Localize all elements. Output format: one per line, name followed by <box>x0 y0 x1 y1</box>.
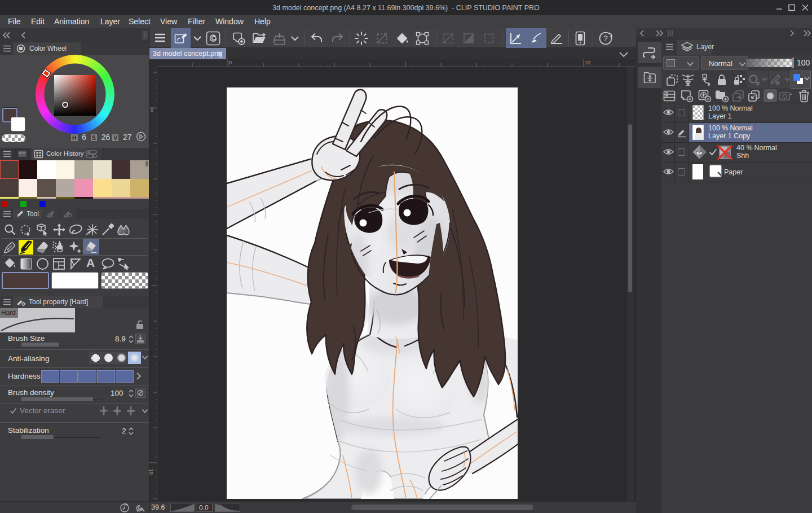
svg-text:0: 0 <box>151 107 153 113</box>
svg-text:0: 0 <box>229 60 232 65</box>
svg-text:10: 10 <box>585 60 590 65</box>
svg-text:10: 10 <box>149 469 154 475</box>
svg-text:?: ? <box>603 34 608 43</box>
